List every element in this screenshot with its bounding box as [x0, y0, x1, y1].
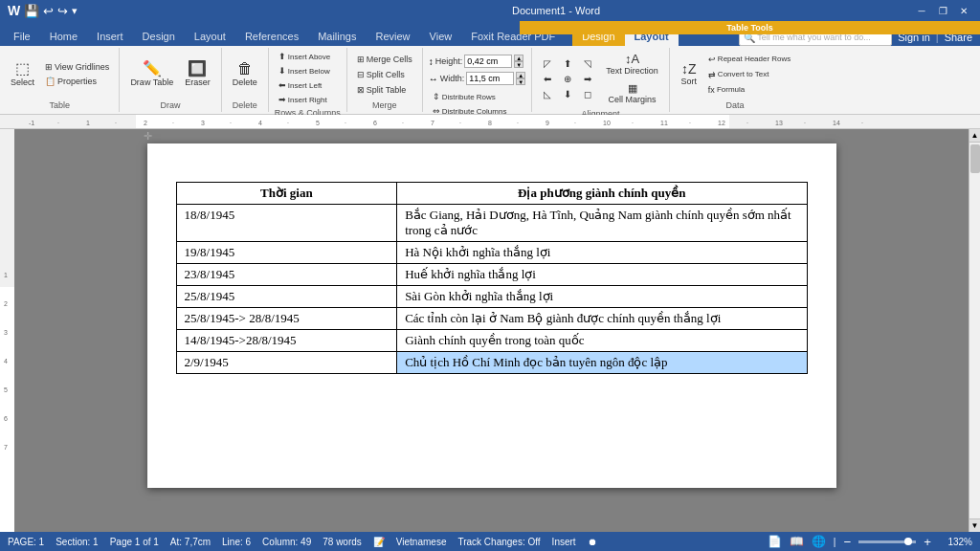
height-input[interactable] — [464, 55, 512, 68]
track-changes: Track Changes: Off — [457, 537, 540, 547]
insert-right-btn[interactable]: ➡ Insert Right — [275, 93, 334, 106]
convert-text-btn[interactable]: ⇄ Convert to Text — [704, 68, 794, 81]
zoom-slider[interactable] — [858, 540, 916, 543]
width-input[interactable] — [466, 72, 514, 85]
width-up-btn[interactable]: ▲ — [516, 72, 525, 78]
view-web-btn[interactable]: 🌐 — [812, 535, 826, 548]
align-mr-btn[interactable]: ➡ — [578, 72, 597, 86]
align-br-icon: ◻ — [584, 89, 591, 99]
redo-quick-btn[interactable]: ↪ — [57, 4, 68, 18]
tab-file[interactable]: File — [4, 27, 40, 46]
align-br-btn[interactable]: ◻ — [578, 87, 597, 101]
split-cells-icon: ⊟ — [357, 70, 365, 79]
select-btn[interactable]: ⬚ Select — [6, 58, 39, 90]
table-header-location: Địa phương giành chính quyền — [397, 183, 807, 205]
draw-table-icon: ✏️ — [143, 61, 162, 77]
height-up-btn[interactable]: ▲ — [514, 55, 523, 61]
zoom-level[interactable]: 132% — [939, 537, 972, 547]
vertical-scrollbar[interactable]: ▲ ▼ — [969, 129, 980, 532]
ribbon-group-cell-size: ↕ Height: ▲ ▼ ↔ Width: ▲ ▼ — [423, 48, 533, 112]
tab-view[interactable]: View — [420, 27, 462, 46]
zoom-in-btn[interactable]: + — [924, 535, 931, 549]
svg-text:7: 7 — [431, 120, 434, 126]
section: Section: 1 — [56, 537, 98, 547]
svg-text:2: 2 — [4, 300, 8, 307]
scroll-thumb[interactable] — [970, 144, 980, 173]
align-mc-btn[interactable]: ⊕ — [558, 72, 577, 86]
document-background: ✛ Thời gian Địa phương giành chính quyền — [14, 129, 969, 532]
height-down-btn[interactable]: ▼ — [514, 61, 523, 68]
scroll-down-btn[interactable]: ▼ — [969, 518, 981, 532]
table-row: 2/9/1945 Chủ tịch Hồ Chí Minh đọc bản tu… — [176, 352, 807, 374]
tab-layout[interactable]: Layout — [185, 27, 235, 46]
svg-text:5: 5 — [4, 386, 8, 393]
view-read-btn[interactable]: 📖 — [790, 535, 804, 548]
ribbon-group-delete: 🗑 Delete Delete — [222, 48, 269, 112]
ribbon-group-draw: ✏️ Draw Table 🔲 Eraser Draw — [120, 48, 221, 112]
table-row: 25/8/1945 Sài Gòn khởi nghĩa thắng lợi — [176, 286, 807, 308]
svg-text:·: · — [517, 120, 519, 126]
ribbon-group-table: ⬚ Select ⊞ View Gridlines 📋 Properties T… — [0, 48, 120, 112]
align-tc-icon: ⬆ — [564, 58, 571, 69]
distribute-rows-icon: ⇕ — [433, 92, 440, 101]
svg-text:2: 2 — [144, 120, 147, 126]
gridlines-icon: ⊞ — [45, 62, 53, 72]
zoom-out-btn[interactable]: − — [843, 535, 851, 549]
align-tc-btn[interactable]: ⬆ — [558, 56, 577, 71]
align-tr-btn[interactable]: ◹ — [578, 56, 597, 71]
distribute-rows-btn[interactable]: ⇕ Distribute Rows — [429, 90, 511, 103]
table-move-handle[interactable]: ✛ — [144, 130, 152, 143]
minimize-btn[interactable]: ─ — [913, 3, 930, 18]
text-direction-btn[interactable]: ↕A Text Direction — [601, 50, 663, 78]
view-gridlines-btn[interactable]: ⊞ View Gridlines — [41, 60, 113, 74]
insert-below-btn[interactable]: ⬇ Insert Below — [275, 64, 334, 77]
draw-table-btn[interactable]: ✏️ Draw Table — [125, 58, 178, 90]
align-bc-btn[interactable]: ⬇ — [558, 87, 577, 101]
ribbon-group-merge: ⊞ Merge Cells ⊟ Split Cells ⊠ Split Tabl… — [347, 48, 423, 112]
tab-insert[interactable]: Insert — [87, 27, 133, 46]
customize-quick-btn[interactable]: ▾ — [72, 5, 78, 17]
document-page: ✛ Thời gian Địa phương giành chính quyền — [147, 143, 836, 488]
insert-above-btn[interactable]: ⬆ Insert Above — [275, 50, 334, 63]
split-cells-btn[interactable]: ⊟ Split Cells — [353, 68, 416, 81]
svg-text:1: 1 — [86, 120, 90, 126]
app-title: Document1 - Word — [199, 5, 913, 16]
ribbon-group-rows-cols: ⬆ Insert Above ⬇ Insert Below ⬅ Insert L… — [269, 48, 347, 112]
close-btn[interactable]: ✕ — [955, 3, 972, 18]
svg-text:·: · — [172, 120, 174, 126]
merge-cells-btn[interactable]: ⊞ Merge Cells — [353, 53, 416, 66]
sort-btn[interactable]: ↕Z Sort — [676, 59, 702, 89]
restore-btn[interactable]: ❐ — [934, 3, 951, 18]
svg-text:11: 11 — [660, 120, 668, 126]
tab-home[interactable]: Home — [40, 27, 87, 46]
tab-mailings[interactable]: Mailings — [308, 27, 366, 46]
align-tl-btn[interactable]: ◸ — [538, 56, 557, 71]
tab-design[interactable]: Design — [133, 27, 185, 46]
undo-quick-btn[interactable]: ↩ — [43, 4, 54, 18]
insert-left-btn[interactable]: ⬅ Insert Left — [275, 78, 334, 92]
width-icon: ↔ — [429, 74, 438, 84]
formula-btn[interactable]: fx Formula — [704, 83, 794, 97]
svg-text:·: · — [746, 120, 748, 126]
svg-text:9: 9 — [546, 120, 549, 126]
tab-references[interactable]: References — [235, 27, 308, 46]
cell-margins-btn[interactable]: ▦ Cell Margins — [601, 80, 663, 107]
tab-review[interactable]: Review — [367, 27, 420, 46]
repeat-header-btn[interactable]: ↩ Repeat Header Rows — [704, 53, 794, 66]
properties-btn[interactable]: 📋 Properties — [41, 75, 113, 88]
status-bar: PAGE: 1 Section: 1 Page 1 of 1 At: 7,7cm… — [0, 532, 980, 551]
view-normal-btn[interactable]: 📄 — [768, 535, 782, 548]
sort-icon: ↕Z — [681, 62, 697, 76]
scroll-up-btn[interactable]: ▲ — [969, 129, 981, 143]
save-quick-btn[interactable]: 💾 — [24, 4, 39, 18]
eraser-btn[interactable]: 🔲 Eraser — [180, 58, 215, 90]
status-right: 📄 📖 🌐 | − + 132% — [768, 535, 972, 549]
align-bl-btn[interactable]: ◺ — [538, 87, 557, 101]
split-table-btn[interactable]: ⊠ Split Table — [353, 83, 416, 97]
align-ml-btn[interactable]: ⬅ — [538, 72, 557, 86]
delete-btn[interactable]: 🗑 Delete — [228, 58, 262, 90]
width-down-btn[interactable]: ▼ — [516, 78, 525, 85]
page-number: PAGE: 1 — [8, 537, 44, 547]
align-bc-icon: ⬇ — [564, 89, 571, 99]
table-row: 23/8/1945 Huế khởi nghĩa thắng lợi — [176, 264, 807, 286]
